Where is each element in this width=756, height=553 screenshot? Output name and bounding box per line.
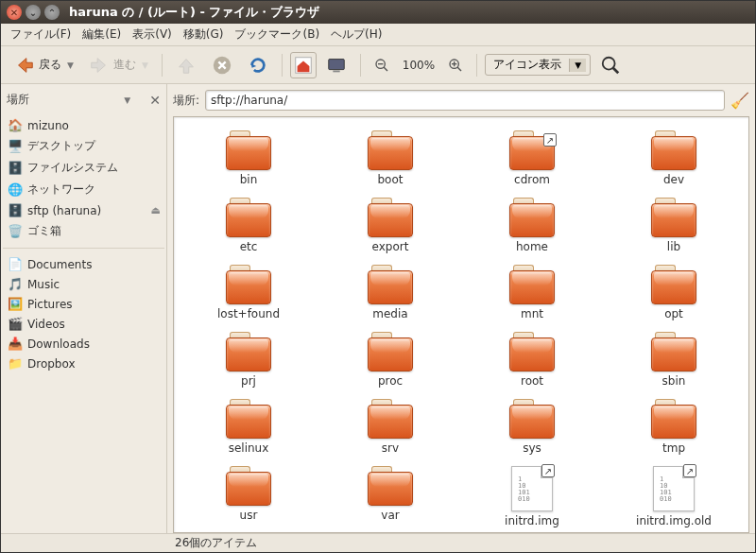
folder-icon xyxy=(366,466,415,506)
sidebar-close-button[interactable]: ✕ xyxy=(149,93,161,108)
place-icon: 🗑️ xyxy=(7,224,24,238)
separator xyxy=(3,248,164,249)
zoom-in-icon xyxy=(448,58,463,73)
file-name: bin xyxy=(240,173,258,186)
file-item-export[interactable]: export xyxy=(323,196,457,255)
arrow-left-icon xyxy=(14,55,35,76)
sidebar-bookmark-0[interactable]: 📄Documents xyxy=(5,254,163,274)
window-close-button[interactable]: ✕ xyxy=(7,5,22,20)
file-item-sbin[interactable]: sbin xyxy=(607,330,741,389)
toolbar: 戻る ▼ 進む ▼ 100% アイコン表示 ▼ xyxy=(1,46,755,84)
place-icon: 📁 xyxy=(7,356,24,371)
file-item-srv[interactable]: srv xyxy=(323,397,457,457)
file-item-usr[interactable]: usr xyxy=(181,464,316,529)
chevron-down-icon: ▼ xyxy=(569,59,586,72)
clear-location-button[interactable]: 🧹 xyxy=(730,92,749,110)
file-icon: 110101010↗ xyxy=(653,466,695,511)
file-name: srv xyxy=(382,441,399,455)
place-icon: 🌐 xyxy=(7,182,24,197)
file-name: media xyxy=(372,307,407,320)
file-item-etc[interactable]: etc xyxy=(181,196,316,255)
folder-icon: ↗ xyxy=(507,130,557,170)
home-icon xyxy=(293,55,314,76)
file-name: opt xyxy=(664,307,683,320)
folder-icon xyxy=(649,399,698,439)
file-item-tmp[interactable]: tmp xyxy=(607,397,741,457)
place-icon: 🎬 xyxy=(7,317,24,331)
menu-item-1[interactable]: 編集(E) xyxy=(77,24,127,45)
search-button[interactable] xyxy=(594,51,627,79)
sidebar-place-2[interactable]: 🗄️ファイルシステム xyxy=(5,157,163,179)
symlink-badge-icon: ↗ xyxy=(541,464,555,477)
location-input[interactable] xyxy=(205,90,725,111)
status-bar: 26個のアイテム xyxy=(1,533,755,552)
reload-button[interactable] xyxy=(242,51,274,79)
reload-icon xyxy=(248,55,268,76)
file-item-bin[interactable]: bin xyxy=(181,129,316,188)
place-label: デスクトップ xyxy=(27,138,161,154)
up-button xyxy=(170,51,202,79)
location-label: 場所: xyxy=(173,93,199,109)
file-item-opt[interactable]: opt xyxy=(607,263,741,322)
place-icon: 🏠 xyxy=(7,118,24,132)
menu-item-0[interactable]: ファイル(F) xyxy=(5,24,77,45)
file-item-initrd-img-old[interactable]: 110101010↗initrd.img.old xyxy=(607,464,741,529)
file-item-cdrom[interactable]: ↗cdrom xyxy=(465,129,599,188)
file-item-selinux[interactable]: selinux xyxy=(181,397,316,457)
file-item-lost-found[interactable]: lost+found xyxy=(181,263,316,322)
zoom-in-button[interactable] xyxy=(442,54,469,77)
menu-item-5[interactable]: ヘルプ(H) xyxy=(325,24,387,45)
file-item-mnt[interactable]: mnt xyxy=(465,263,599,322)
file-item-prj[interactable]: prj xyxy=(181,330,316,389)
file-item-var[interactable]: var xyxy=(323,464,457,529)
zoom-out-icon xyxy=(374,58,389,73)
computer-button[interactable] xyxy=(320,51,352,79)
file-item-initrd-img[interactable]: 110101010↗initrd.img xyxy=(465,464,599,529)
file-item-dev[interactable]: dev xyxy=(607,129,741,188)
window-title: haruna の / (ルート) - ファイル・ブラウザ xyxy=(69,4,319,21)
view-mode-selector[interactable]: アイコン表示 ▼ xyxy=(485,54,591,76)
file-item-sys[interactable]: sys xyxy=(465,397,599,457)
file-item-media[interactable]: media xyxy=(323,263,457,322)
place-icon: 🗄️ xyxy=(7,161,24,175)
home-button[interactable] xyxy=(290,52,317,78)
menu-item-4[interactable]: ブックマーク(B) xyxy=(229,24,325,45)
file-name: usr xyxy=(240,509,258,522)
eject-icon[interactable]: ⏏ xyxy=(151,204,161,216)
sidebar-bookmark-4[interactable]: 📥Downloads xyxy=(5,334,163,354)
folder-icon xyxy=(224,265,273,304)
folder-icon xyxy=(224,198,273,237)
file-item-boot[interactable]: boot xyxy=(323,129,457,188)
separator xyxy=(162,54,163,77)
file-name: sbin xyxy=(662,374,686,388)
menu-item-3[interactable]: 移動(G) xyxy=(178,24,230,45)
sidebar-place-0[interactable]: 🏠mizuno xyxy=(5,115,163,135)
back-button[interactable]: 戻る ▼ xyxy=(9,51,79,79)
sidebar-place-1[interactable]: 🖥️デスクトップ xyxy=(5,135,163,157)
chevron-down-icon[interactable]: ▼ xyxy=(124,95,130,105)
window-maximize-button[interactable]: ⌃ xyxy=(44,5,60,20)
menu-item-2[interactable]: 表示(V) xyxy=(127,24,178,45)
sidebar-bookmark-3[interactable]: 🎬Videos xyxy=(5,314,163,334)
place-label: Videos xyxy=(27,318,161,331)
file-item-lib[interactable]: lib xyxy=(607,196,741,255)
sidebar-place-5[interactable]: 🗑️ゴミ箱 xyxy=(5,220,163,242)
file-name: cdrom xyxy=(514,173,550,186)
file-item-root[interactable]: root xyxy=(465,330,599,389)
sidebar-bookmark-5[interactable]: 📁Dropbox xyxy=(5,354,163,373)
window-minimize-button[interactable]: ⌄ xyxy=(26,5,41,20)
place-icon: 📄 xyxy=(7,257,24,271)
zoom-out-button[interactable] xyxy=(369,54,395,77)
sidebar-bookmark-2[interactable]: 🖼️Pictures xyxy=(5,294,163,314)
file-name: lib xyxy=(667,240,680,253)
place-icon: 🖼️ xyxy=(7,297,24,311)
sidebar-place-4[interactable]: 🗄️sftp (haruna)⏏ xyxy=(5,200,163,220)
stop-button[interactable] xyxy=(206,51,238,79)
sidebar-place-3[interactable]: 🌐ネットワーク xyxy=(5,179,163,200)
svg-line-8 xyxy=(457,67,461,71)
file-name: var xyxy=(381,509,399,522)
file-item-proc[interactable]: proc xyxy=(323,330,457,389)
search-icon xyxy=(600,55,621,76)
file-item-home[interactable]: home xyxy=(465,196,599,255)
sidebar-bookmark-1[interactable]: 🎵Music xyxy=(5,274,163,294)
